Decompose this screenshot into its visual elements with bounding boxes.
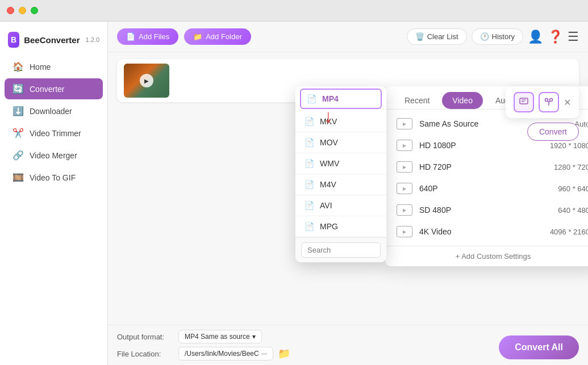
quality-4k[interactable]: ▶ 4K Video 4096 * 2160 <box>385 221 588 242</box>
gif-icon: 🎞️ <box>12 172 24 183</box>
maximize-button[interactable] <box>31 7 38 14</box>
add-files-icon: 📄 <box>126 32 135 41</box>
panel-actions: ✕ Convert <box>506 86 579 141</box>
chevron-down-icon: ▾ <box>252 333 256 341</box>
converter-icon: 🔄 <box>12 83 24 94</box>
quality-hd-1080p-res: 1920 * 1080 <box>550 141 588 150</box>
titlebar <box>0 0 588 22</box>
quality-hd1080-icon: ▶ <box>397 140 412 151</box>
format-item-mov[interactable]: 📄 MOV <box>295 132 386 153</box>
clear-list-label: Clear List <box>427 32 458 41</box>
convert-button[interactable]: Convert <box>527 123 579 141</box>
ellipsis-icon: ··· <box>261 350 267 358</box>
quality-4k-res: 4096 * 2160 <box>550 228 588 236</box>
quality-640p-res: 960 * 640 <box>558 184 588 193</box>
format-item-wmv[interactable]: 📄 WMV <box>295 153 386 174</box>
sidebar-item-video-merger[interactable]: 🔗 Video Merger <box>5 145 103 166</box>
sidebar-item-video-trimmer[interactable]: ✂️ Video Trimmer <box>5 123 103 144</box>
quality-sd-480p-res: 640 * 480 <box>558 206 588 215</box>
output-format-value: MP4 Same as source <box>185 333 250 341</box>
format-wmv-label: WMV <box>320 159 339 168</box>
quality-hd-1080p-label: HD 1080P <box>419 141 550 150</box>
format-item-mkv[interactable]: 📄 MKV <box>295 111 386 132</box>
content-area: ▶ ↓ 📄 MP4 📄 MKV 📄 MOV <box>108 52 588 325</box>
trimmer-icon: ✂️ <box>12 128 24 139</box>
edit-icon <box>519 97 529 107</box>
sidebar-item-downloader-label: Downloader <box>30 107 72 116</box>
topbar-actions: 📄 Add Files 📁 Add Folder <box>117 28 251 45</box>
format-mkv-icon: 📄 <box>305 117 314 126</box>
add-files-label: Add Files <box>139 32 169 41</box>
file-path-display: /Users/link/Movies/BeeC ··· <box>178 347 273 360</box>
add-folder-icon: 📁 <box>193 32 202 41</box>
add-custom-label: + Add Custom Settings <box>456 252 531 261</box>
main-content: 📄 Add Files 📁 Add Folder 🗑️ Clear List 🕐… <box>108 22 588 365</box>
format-m4v-icon: 📄 <box>305 180 314 189</box>
add-custom-settings[interactable]: + Add Custom Settings <box>385 246 588 266</box>
format-mp4-label: MP4 <box>322 94 339 103</box>
topbar-right: 🗑️ Clear List 🕐 History 👤 ❓ ☰ <box>407 28 579 45</box>
add-folder-button[interactable]: 📁 Add Folder <box>184 28 251 45</box>
quality-hd-720p[interactable]: ▶ HD 720P 1280 * 720 <box>385 156 588 178</box>
cut-icon-button[interactable] <box>539 92 559 112</box>
output-format-select[interactable]: MP4 Same as source ▾ <box>178 330 262 343</box>
format-wmv-icon: 📄 <box>305 159 314 168</box>
clear-list-icon: 🗑️ <box>415 32 424 41</box>
tab-video-label: Video <box>452 96 473 105</box>
quality-640p[interactable]: ▶ 640P 960 * 640 <box>385 178 588 199</box>
scissors-icon <box>544 97 554 107</box>
sidebar-item-video-to-gif[interactable]: 🎞️ Video To GIF <box>5 167 103 188</box>
menu-icon[interactable]: ☰ <box>568 30 579 44</box>
close-button[interactable] <box>7 7 14 14</box>
file-location-label: File Location: <box>117 350 174 358</box>
format-mpg-icon: 📄 <box>305 222 314 231</box>
help-icon[interactable]: ❓ <box>548 30 563 44</box>
history-icon: 🕐 <box>480 32 489 41</box>
format-mov-label: MOV <box>320 138 338 147</box>
sidebar-item-converter[interactable]: 🔄 Converter <box>5 78 103 99</box>
clear-list-button[interactable]: 🗑️ Clear List <box>407 28 467 45</box>
tab-recent[interactable]: Recent <box>394 92 440 109</box>
minimize-button[interactable] <box>19 7 26 14</box>
play-button[interactable]: ▶ <box>140 74 153 87</box>
add-folder-label: Add Folder <box>206 32 242 41</box>
quality-video-icon: ▶ <box>397 118 412 129</box>
output-format-label: Output format: <box>117 333 174 341</box>
svg-rect-0 <box>520 98 528 104</box>
browse-folder-button[interactable]: 📁 <box>278 347 290 360</box>
edit-icon-button[interactable] <box>514 92 534 112</box>
format-mp4-icon: 📄 <box>307 94 316 103</box>
format-dropdown: 📄 MP4 📄 MKV 📄 MOV 📄 WMV 📄 M4V <box>295 86 386 262</box>
format-avi-label: AVI <box>320 201 332 210</box>
format-item-m4v[interactable]: 📄 M4V <box>295 174 386 195</box>
history-button[interactable]: 🕐 History <box>472 28 523 45</box>
quality-sd480-icon: ▶ <box>397 204 412 216</box>
convert-all-button[interactable]: Convert All <box>499 335 579 359</box>
sidebar-item-home[interactable]: 🏠 Home <box>5 56 103 77</box>
arrow-indicator: ↓ <box>324 106 333 127</box>
quality-sd-480p[interactable]: ▶ SD 480P 640 * 480 <box>385 199 588 221</box>
close-panel-icon[interactable]: ✕ <box>564 97 571 108</box>
convert-all-label: Convert All <box>515 342 563 352</box>
svg-point-3 <box>545 99 548 102</box>
format-m4v-label: M4V <box>320 180 336 189</box>
format-item-mp4[interactable]: 📄 MP4 <box>300 89 382 109</box>
format-item-mpg[interactable]: 📄 MPG <box>295 216 386 237</box>
tab-video[interactable]: Video <box>442 92 483 109</box>
sidebar-item-downloader[interactable]: ⬇️ Downloader <box>5 100 103 121</box>
quality-sd-480p-label: SD 480P <box>419 205 558 215</box>
topbar: 📄 Add Files 📁 Add Folder 🗑️ Clear List 🕐… <box>108 22 588 52</box>
quality-4k-label: 4K Video <box>419 227 550 236</box>
format-mov-icon: 📄 <box>305 138 314 147</box>
user-icon[interactable]: 👤 <box>528 30 543 44</box>
merger-icon: 🔗 <box>12 150 24 161</box>
downloader-icon: ⬇️ <box>12 106 24 116</box>
format-search-input[interactable] <box>301 242 381 258</box>
tab-recent-label: Recent <box>404 96 429 105</box>
convert-label: Convert <box>539 127 567 136</box>
add-files-button[interactable]: 📄 Add Files <box>117 28 178 45</box>
app-logo: B <box>8 32 19 48</box>
format-item-avi[interactable]: 📄 AVI <box>295 195 386 216</box>
app-version: 1.2.0 <box>86 36 99 43</box>
sidebar-item-trimmer-label: Video Trimmer <box>30 129 81 138</box>
